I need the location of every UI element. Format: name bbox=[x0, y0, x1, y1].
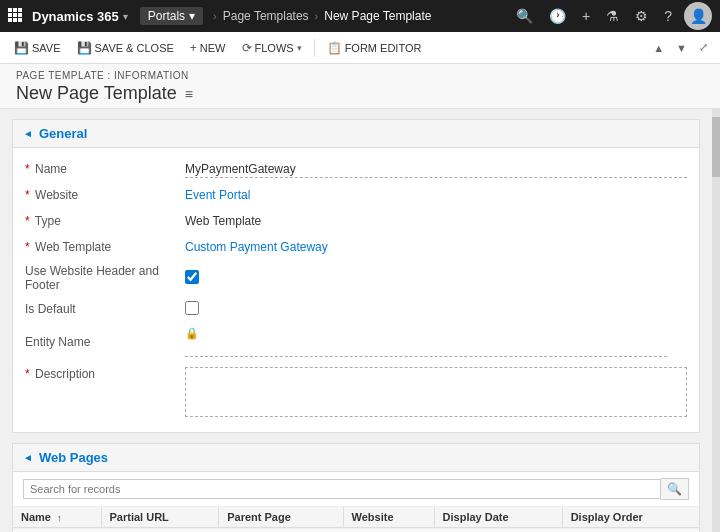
general-section-header[interactable]: ◄ General bbox=[13, 120, 699, 148]
col-display-order[interactable]: Display Order bbox=[562, 507, 699, 528]
gear-nav-icon[interactable]: ⚙ bbox=[631, 6, 652, 26]
flows-chevron: ▾ bbox=[297, 43, 302, 53]
col-partial-url[interactable]: Partial URL bbox=[101, 507, 219, 528]
name-row: * Name bbox=[13, 156, 699, 182]
name-required: * bbox=[25, 162, 30, 176]
records-table: Name ↑ Partial URL Parent Page Website bbox=[13, 507, 699, 528]
type-label: * Type bbox=[25, 214, 185, 228]
lock-icon: 🔒 bbox=[185, 327, 199, 339]
content-area: ◄ General * Name * bbox=[0, 109, 720, 532]
scroll-down-arrow[interactable]: ▼ bbox=[672, 39, 691, 57]
filter-nav-icon[interactable]: ⚗ bbox=[602, 6, 623, 26]
help-nav-icon[interactable]: ? bbox=[660, 6, 676, 26]
description-textarea[interactable] bbox=[185, 367, 687, 417]
is-default-label: Is Default bbox=[25, 302, 185, 316]
flows-icon: ⟳ bbox=[242, 41, 252, 55]
web-template-value: Custom Payment Gateway bbox=[185, 240, 687, 254]
new-label: NEW bbox=[200, 42, 226, 54]
form-editor-icon: 📋 bbox=[327, 41, 342, 55]
save-close-icon: 💾 bbox=[77, 41, 92, 55]
plus-nav-icon[interactable]: + bbox=[578, 6, 594, 26]
breadcrumb-sep-1: › bbox=[213, 10, 217, 22]
search-input[interactable] bbox=[23, 479, 661, 499]
col-display-date[interactable]: Display Date bbox=[434, 507, 562, 528]
web-template-link[interactable]: Custom Payment Gateway bbox=[185, 240, 328, 254]
portal-nav[interactable]: Portals ▾ bbox=[140, 7, 203, 25]
general-section-arrow: ◄ bbox=[23, 128, 33, 139]
web-template-required: * bbox=[25, 240, 30, 254]
search-nav-icon[interactable]: 🔍 bbox=[512, 6, 537, 26]
new-button[interactable]: + NEW bbox=[184, 38, 232, 58]
portal-chevron: ▾ bbox=[189, 9, 195, 23]
command-bar: 💾 SAVE 💾 SAVE & CLOSE + NEW ⟳ FLOWS ▾ 📋 … bbox=[0, 32, 720, 64]
app-chevron[interactable]: ▾ bbox=[123, 11, 128, 22]
use-header-label: Use Website Header and Footer bbox=[25, 264, 185, 292]
save-icon: 💾 bbox=[14, 41, 29, 55]
general-section: ◄ General * Name * bbox=[12, 119, 700, 433]
search-button[interactable]: 🔍 bbox=[661, 478, 689, 500]
scrollbar-track[interactable] bbox=[712, 109, 720, 532]
flows-label: FLOWS bbox=[255, 42, 294, 54]
web-pages-section-arrow: ◄ bbox=[23, 452, 33, 463]
hamburger-icon[interactable]: ≡ bbox=[185, 86, 193, 102]
type-required: * bbox=[25, 214, 30, 228]
new-icon: + bbox=[190, 41, 197, 55]
col-name[interactable]: Name ↑ bbox=[13, 507, 101, 528]
name-value bbox=[185, 161, 687, 178]
web-pages-section: ◄ Web Pages 🔍 Name ↑ Partial bbox=[12, 443, 700, 532]
web-pages-section-header[interactable]: ◄ Web Pages bbox=[13, 444, 699, 472]
entity-name-label: Entity Name bbox=[25, 335, 185, 349]
app-grid-icon[interactable] bbox=[8, 8, 24, 24]
save-button[interactable]: 💾 SAVE bbox=[8, 38, 67, 58]
use-header-value bbox=[185, 270, 687, 287]
website-link[interactable]: Event Portal bbox=[185, 188, 250, 202]
user-avatar[interactable]: 👤 bbox=[684, 2, 712, 30]
breadcrumb-page-templates[interactable]: Page Templates bbox=[223, 9, 309, 23]
col-website[interactable]: Website bbox=[343, 507, 434, 528]
page-title-row: New Page Template ≡ bbox=[16, 83, 704, 104]
entity-name-row: Entity Name 🔒 bbox=[13, 322, 699, 361]
website-row: * Website Event Portal bbox=[13, 182, 699, 208]
website-label: * Website bbox=[25, 188, 185, 202]
scrollbar-thumb[interactable] bbox=[712, 117, 720, 177]
description-required: * bbox=[25, 367, 30, 381]
name-label: * Name bbox=[25, 162, 185, 176]
page-header: PAGE TEMPLATE : INFORMATION New Page Tem… bbox=[0, 64, 720, 109]
general-section-title: General bbox=[39, 126, 87, 141]
description-value bbox=[185, 367, 687, 420]
type-value: Web Template bbox=[185, 214, 687, 228]
form-editor-button[interactable]: 📋 FORM EDITOR bbox=[321, 38, 428, 58]
nav-right-icons: 🔍 🕐 + ⚗ ⚙ ? 👤 bbox=[512, 2, 712, 30]
name-input[interactable] bbox=[185, 161, 687, 178]
name-sort-icon: ↑ bbox=[57, 513, 62, 523]
col-parent-page[interactable]: Parent Page bbox=[219, 507, 343, 528]
entity-name-input[interactable] bbox=[185, 340, 667, 357]
page-title: New Page Template bbox=[16, 83, 177, 104]
is-default-checkbox[interactable] bbox=[185, 301, 199, 315]
scroll-up-arrow[interactable]: ▲ bbox=[649, 39, 668, 57]
breadcrumb-new-page-template: New Page Template bbox=[324, 9, 431, 23]
expand-arrow[interactable]: ⤢ bbox=[695, 38, 712, 57]
cmd-divider bbox=[314, 39, 315, 57]
website-required: * bbox=[25, 188, 30, 202]
website-value: Event Portal bbox=[185, 188, 687, 202]
app-name[interactable]: Dynamics 365 bbox=[32, 9, 119, 24]
breadcrumb-sep-2: › bbox=[315, 10, 319, 22]
form-editor-label: FORM EDITOR bbox=[345, 42, 422, 54]
web-template-row: * Web Template Custom Payment Gateway bbox=[13, 234, 699, 260]
is-default-row: Is Default bbox=[13, 296, 699, 322]
search-bar: 🔍 bbox=[13, 472, 699, 507]
top-nav: Dynamics 365 ▾ Portals ▾ › Page Template… bbox=[0, 0, 720, 32]
web-pages-section-title: Web Pages bbox=[39, 450, 108, 465]
entity-name-value: 🔒 bbox=[185, 326, 687, 357]
flows-button[interactable]: ⟳ FLOWS ▾ bbox=[236, 38, 308, 58]
use-header-row: Use Website Header and Footer bbox=[13, 260, 699, 296]
portal-label: Portals bbox=[148, 9, 185, 23]
is-default-value bbox=[185, 301, 687, 318]
web-template-label: * Web Template bbox=[25, 240, 185, 254]
table-header-row: Name ↑ Partial URL Parent Page Website bbox=[13, 507, 699, 528]
save-close-button[interactable]: 💾 SAVE & CLOSE bbox=[71, 38, 180, 58]
general-form-body: * Name * Website Event Portal bbox=[13, 148, 699, 432]
use-header-checkbox[interactable] bbox=[185, 270, 199, 284]
clock-nav-icon[interactable]: 🕐 bbox=[545, 6, 570, 26]
